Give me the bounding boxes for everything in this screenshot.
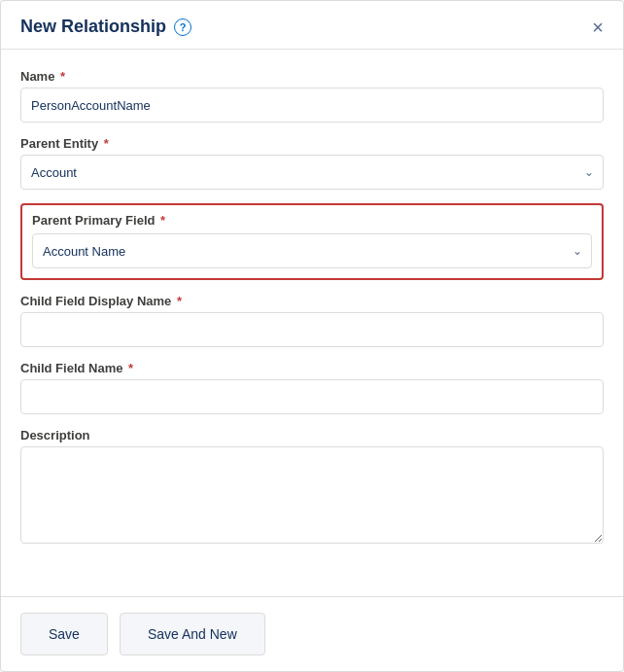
modal-header: New Relationship ? × [1,1,623,50]
modal-title-group: New Relationship ? [20,17,191,37]
parent-primary-field-label: Parent Primary Field * [32,213,592,228]
parent-primary-field-select[interactable]: Account Name Account Number Account Site [32,233,592,268]
save-and-new-button[interactable]: Save And New [120,613,265,655]
parent-entity-field-group: Parent Entity * Account Contact Lead Opp… [20,136,604,190]
modal-footer: Save Save And New [1,596,623,671]
modal-title: New Relationship [20,17,166,37]
name-input[interactable] [20,88,604,123]
name-required-star: * [56,69,65,84]
close-button[interactable]: × [592,18,604,37]
child-field-display-name-input[interactable] [20,312,604,347]
child-field-display-name-required-star: * [173,294,182,308]
parent-primary-field-required-star: * [156,213,165,228]
modal-body: Name * Parent Entity * Account Contact L… [1,50,623,596]
description-textarea[interactable] [20,446,604,544]
parent-entity-select-wrapper: Account Contact Lead Opportunity ⌄ [20,155,604,190]
description-field-group: Description [20,428,604,548]
child-field-name-required-star: * [124,361,133,375]
child-field-name-group: Child Field Name * [20,361,604,414]
child-field-display-name-label: Child Field Display Name * [20,294,604,308]
parent-entity-required-star: * [100,136,109,151]
child-field-name-input[interactable] [20,379,604,414]
parent-primary-field-select-wrapper: Account Name Account Number Account Site… [32,233,592,268]
new-relationship-modal: New Relationship ? × Name * Parent Entit… [0,0,624,672]
description-label: Description [20,428,604,442]
child-field-display-name-group: Child Field Display Name * [20,294,604,347]
parent-entity-select[interactable]: Account Contact Lead Opportunity [20,155,604,190]
save-button[interactable]: Save [20,613,108,655]
help-icon[interactable]: ? [174,18,191,36]
parent-entity-label: Parent Entity * [20,136,604,151]
body-spacer [20,561,604,577]
name-label: Name * [20,69,604,84]
parent-primary-field-group: Parent Primary Field * Account Name Acco… [20,203,604,280]
child-field-name-label: Child Field Name * [20,361,604,375]
name-field-group: Name * [20,69,604,123]
